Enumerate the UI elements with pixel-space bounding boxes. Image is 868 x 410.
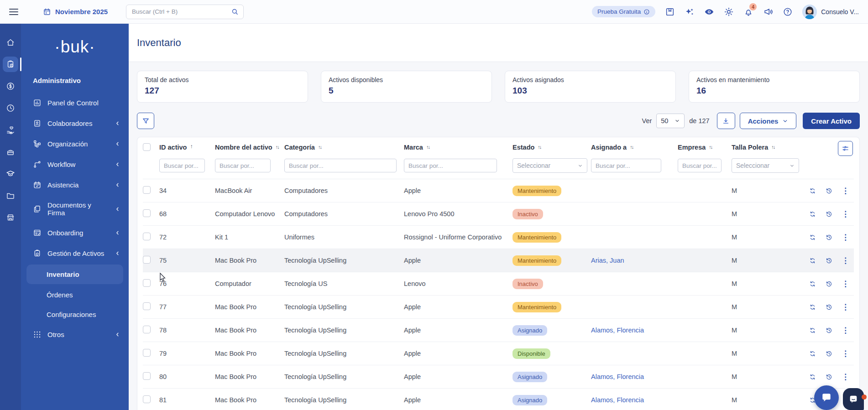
column-header-categoria[interactable]: Categoría↑↓ <box>284 143 404 151</box>
sync-icon[interactable] <box>809 280 816 288</box>
sidebar-item-colaboradores[interactable]: Colaboradores <box>21 113 129 134</box>
history-icon[interactable] <box>825 303 833 311</box>
column-header-asignado-a[interactable]: Asignado a↑↓ <box>591 143 678 151</box>
create-asset-button[interactable]: Crear Activo <box>803 113 860 129</box>
filter-input-id-activo[interactable] <box>159 159 205 172</box>
sidebar-item-otros[interactable]: Otros <box>21 324 129 345</box>
row-checkbox[interactable] <box>143 279 151 287</box>
row-menu-icon[interactable]: ⋮ <box>842 210 849 218</box>
sync-icon[interactable] <box>809 350 816 358</box>
column-settings-button[interactable] <box>838 141 853 156</box>
row-menu-icon[interactable]: ⋮ <box>842 257 849 265</box>
rail-item-home[interactable] <box>3 35 18 50</box>
assignee-link[interactable]: Alamos, Florencia <box>591 327 644 334</box>
filter-select-estado[interactable]: Seleccionar <box>512 158 587 173</box>
row-checkbox[interactable] <box>143 186 151 194</box>
table-row[interactable]: 79Mac Book ProTecnología UpSellingAppleD… <box>143 342 854 365</box>
bookmark-icon[interactable] <box>665 7 675 17</box>
support-chat-button[interactable] <box>843 388 864 410</box>
row-checkbox[interactable] <box>143 395 151 403</box>
history-icon[interactable] <box>825 280 833 288</box>
sync-icon[interactable] <box>809 257 816 265</box>
column-header-estado[interactable]: Estado↑↓ <box>512 143 591 151</box>
filter-button[interactable] <box>137 113 154 129</box>
rail-item-folder[interactable] <box>3 188 18 203</box>
history-icon[interactable] <box>825 187 833 195</box>
rail-item-hand-heart[interactable] <box>3 122 18 138</box>
rail-item-cake[interactable] <box>3 144 18 160</box>
sidebar-item-documentos-y-firma[interactable]: Documentos y Firma <box>21 195 129 223</box>
row-menu-icon[interactable]: ⋮ <box>842 303 849 311</box>
notifications-button[interactable]: 4 <box>743 7 753 17</box>
sidebar-item-gestion-de-activos[interactable]: Gestión de Activos <box>21 243 129 264</box>
table-row[interactable]: 81Mac Book ProTecnología UpSellingAppleA… <box>143 388 854 410</box>
select-all-checkbox[interactable] <box>143 143 151 151</box>
table-row[interactable]: 76ComputadorTecnología USLenovoInactivoM… <box>143 272 854 295</box>
row-menu-icon[interactable]: ⋮ <box>842 280 849 288</box>
period-selector[interactable]: Noviembre 2025 <box>43 8 108 16</box>
sidebar-item-asistencia[interactable]: Asistencia <box>21 175 129 195</box>
sidebar-item-panel-de-control[interactable]: Panel de Control <box>21 93 129 113</box>
table-row[interactable]: 34MacBook AirComputadoresAppleMantenimie… <box>143 179 854 202</box>
sync-icon[interactable] <box>809 373 816 381</box>
row-menu-icon[interactable]: ⋮ <box>842 234 849 241</box>
row-menu-icon[interactable]: ⋮ <box>842 373 849 381</box>
row-checkbox[interactable] <box>143 233 151 240</box>
user-avatar[interactable] <box>802 5 817 19</box>
sync-icon[interactable] <box>809 187 816 195</box>
sparkles-icon[interactable] <box>685 7 695 17</box>
gear-icon[interactable] <box>724 7 734 17</box>
table-row[interactable]: 80Mac Book ProTecnología UpSellingAppleA… <box>143 365 854 388</box>
sync-icon[interactable] <box>809 303 816 311</box>
history-icon[interactable] <box>825 257 833 265</box>
user-name[interactable]: Consuelo V... <box>821 8 859 16</box>
assignee-link[interactable]: Arias, Juan <box>591 257 624 264</box>
sync-icon[interactable] <box>809 327 816 334</box>
assignee-link[interactable]: Alamos, Florencia <box>591 396 644 404</box>
actions-button[interactable]: Acciones <box>740 113 797 129</box>
search-input[interactable] <box>131 8 231 16</box>
column-header-id-activo[interactable]: ID activo↑ <box>159 143 215 151</box>
history-icon[interactable] <box>825 350 833 358</box>
search-icon[interactable] <box>231 8 239 16</box>
row-checkbox[interactable] <box>143 349 151 357</box>
megaphone-icon[interactable] <box>763 7 773 17</box>
table-row[interactable]: 72Kit 1UniformesRossignol - Uniforme Cor… <box>143 225 854 249</box>
sidebar-subitem-configuraciones[interactable]: Configuraciones <box>21 305 129 324</box>
trial-badge[interactable]: Prueba Gratuita <box>592 6 655 17</box>
hamburger-menu-icon[interactable] <box>9 9 18 15</box>
filter-input-empresa[interactable] <box>678 159 722 172</box>
chat-launcher-button[interactable] <box>814 385 839 410</box>
filter-input-categoria[interactable] <box>284 159 397 172</box>
row-menu-icon[interactable]: ⋮ <box>842 187 849 195</box>
history-icon[interactable] <box>825 373 833 381</box>
row-checkbox[interactable] <box>143 209 151 217</box>
row-checkbox[interactable] <box>143 326 151 333</box>
sync-icon[interactable] <box>809 210 816 218</box>
history-icon[interactable] <box>825 210 833 218</box>
sidebar-item-onboarding[interactable]: Onboarding <box>21 223 129 243</box>
sidebar-subitem-inventario[interactable]: Inventario <box>26 265 123 284</box>
row-menu-icon[interactable]: ⋮ <box>842 350 849 358</box>
history-icon[interactable] <box>825 234 833 241</box>
rail-item-clock[interactable] <box>3 100 18 116</box>
row-checkbox[interactable] <box>143 256 151 264</box>
rail-item-clipboard-clock[interactable] <box>3 57 18 72</box>
table-row[interactable]: 68Computador LenovoComputadoresLenovo Pr… <box>143 202 854 225</box>
filter-input-nombre-del-activo[interactable] <box>215 159 271 172</box>
sidebar-subitem-ordenes[interactable]: Órdenes <box>21 285 129 305</box>
rail-item-graduation[interactable] <box>3 166 18 182</box>
row-checkbox[interactable] <box>143 302 151 310</box>
sidebar-item-workflow[interactable]: Workflow <box>21 154 129 175</box>
filter-input-marca[interactable] <box>404 159 497 172</box>
column-header-talla-polera[interactable]: Talla Polera↑↓ <box>732 143 806 151</box>
table-row[interactable]: 75Mac Book ProTecnología UpSellingAppleM… <box>143 249 854 272</box>
assignee-link[interactable]: Alamos, Florencia <box>591 373 644 380</box>
row-checkbox[interactable] <box>143 372 151 380</box>
table-row[interactable]: 78Mac Book ProTecnología UpSellingAppleA… <box>143 318 854 342</box>
table-row[interactable]: 77Mac Book ProTecnología UpSellingAppleM… <box>143 295 854 318</box>
help-icon[interactable] <box>783 7 793 17</box>
eye-icon[interactable] <box>704 7 714 17</box>
column-header-nombre-del-activo[interactable]: Nombre del activo↑↓ <box>215 143 284 151</box>
history-icon[interactable] <box>825 327 833 334</box>
